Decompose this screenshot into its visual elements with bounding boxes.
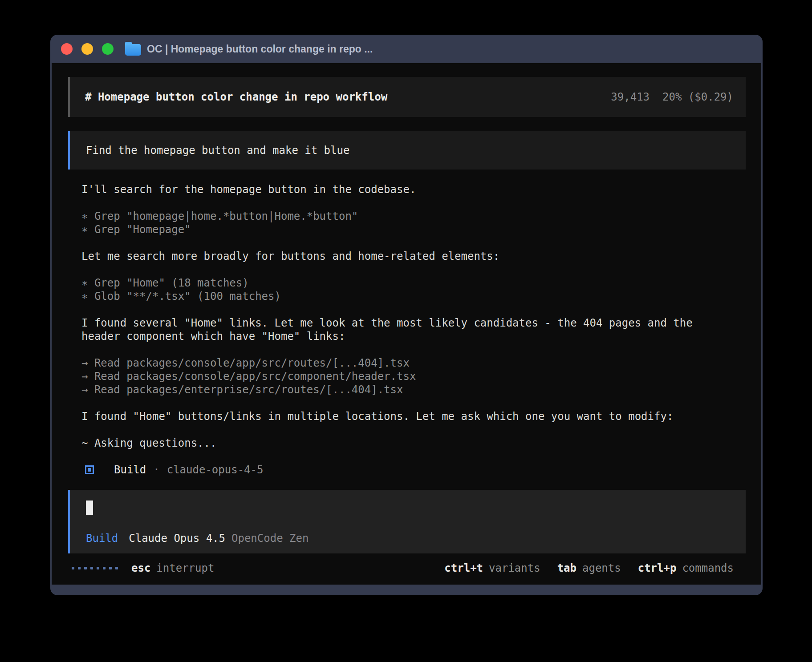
tool-call-grep: ∗ Grep "Homepage"	[81, 223, 705, 236]
session-header: # Homepage button color change in repo w…	[68, 77, 746, 117]
title-bar[interactable]: OC | Homepage button color change in rep…	[50, 35, 763, 63]
status-bar: esc interrupt ctrl+t variants tab agents…	[52, 561, 761, 575]
user-message-text: Find the homepage button and make it blu…	[86, 144, 349, 157]
hint-label: variants	[489, 561, 540, 575]
tool-call-grep: ∗ Grep "homepage|home.*button|Home.*butt…	[81, 210, 705, 223]
traffic-lights	[61, 43, 114, 55]
session-meta: 39,413 20% ($0.29)	[611, 90, 733, 104]
hint-key: ctrl+p	[638, 561, 677, 575]
user-message: Find the homepage button and make it blu…	[68, 131, 746, 170]
folder-icon	[125, 44, 141, 56]
agent-status-line: Build · claude-opus-4-5	[81, 463, 705, 476]
assistant-text: I'll search for the homepage button in t…	[81, 183, 705, 196]
tool-call-grep: ∗ Grep "Home" (18 matches)	[81, 276, 705, 290]
hint-interrupt: esc interrupt	[131, 561, 214, 575]
agent-name: Build	[114, 463, 146, 476]
status-right: ctrl+t variants tab agents ctrl+p comman…	[444, 561, 734, 575]
spinner-dots-icon	[72, 567, 118, 569]
terminal-window: OC | Homepage button color change in rep…	[50, 35, 763, 595]
hint-agents: tab agents	[557, 561, 621, 575]
hint-variants: ctrl+t variants	[444, 561, 540, 575]
prompt-input[interactable]: Build Claude Opus 4.5 OpenCode Zen	[68, 490, 746, 553]
context-usage: 20% ($0.29)	[662, 90, 733, 104]
tool-call-group: ∗ Grep "homepage|home.*button|Home.*butt…	[81, 210, 705, 236]
tool-call-read: → Read packages/console/app/src/componen…	[81, 370, 705, 383]
tool-call-glob: ∗ Glob "**/*.tsx" (100 matches)	[81, 290, 705, 303]
tool-call-group: ∗ Grep "Home" (18 matches) ∗ Glob "**/*.…	[81, 276, 705, 303]
hint-key: ctrl+t	[444, 561, 483, 575]
hint-key: tab	[557, 561, 577, 575]
agent-model-id: claude-opus-4-5	[167, 463, 264, 476]
terminal-content: # Homepage button color change in repo w…	[52, 63, 761, 585]
agent-separator: ·	[153, 463, 159, 476]
tool-call-read: → Read packages/enterprise/src/routes/[.…	[81, 383, 705, 396]
session-title: # Homepage button color change in repo w…	[85, 90, 387, 104]
close-button[interactable]	[61, 43, 73, 55]
title-group: OC | Homepage button color change in rep…	[125, 43, 373, 56]
zoom-button[interactable]	[102, 43, 114, 55]
assistant-text: I found several "Home" links. Let me loo…	[81, 316, 705, 343]
text-cursor	[86, 501, 93, 515]
hint-commands: ctrl+p commands	[638, 561, 734, 575]
input-model-label: Claude Opus 4.5	[129, 532, 225, 545]
hint-label: agents	[582, 561, 621, 575]
token-count: 39,413	[611, 90, 650, 104]
status-left: esc interrupt	[72, 561, 214, 575]
working-status: ~ Asking questions...	[81, 436, 705, 450]
tool-call-read: → Read packages/console/app/src/routes/[…	[81, 356, 705, 370]
hint-key: esc	[131, 561, 150, 575]
minimize-button[interactable]	[81, 43, 93, 55]
assistant-text: Let me search more broadly for buttons a…	[81, 250, 705, 263]
input-agent-label: Build	[86, 532, 118, 545]
hint-label: interrupt	[156, 561, 214, 575]
agent-badge-icon	[85, 465, 94, 474]
assistant-text: I found "Home" buttons/links in multiple…	[81, 410, 705, 423]
hint-label: commands	[682, 561, 734, 575]
model-line: Build Claude Opus 4.5 OpenCode Zen	[86, 532, 746, 545]
window-title: OC | Homepage button color change in rep…	[147, 43, 373, 55]
tool-call-group: → Read packages/console/app/src/routes/[…	[81, 356, 705, 396]
input-provider-label: OpenCode Zen	[231, 532, 309, 545]
transcript: I'll search for the homepage button in t…	[81, 183, 705, 476]
